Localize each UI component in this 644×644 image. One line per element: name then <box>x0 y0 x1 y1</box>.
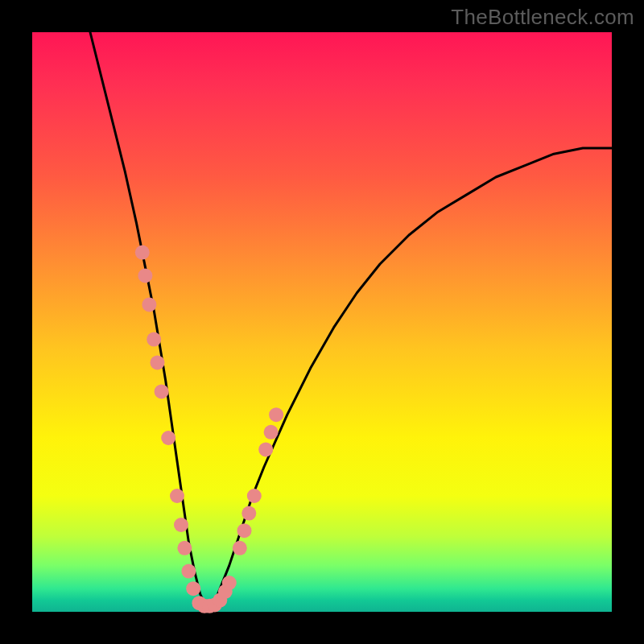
marker-dot <box>138 268 152 283</box>
marker-dot <box>258 442 273 456</box>
marker-dot <box>155 384 169 398</box>
highlight-dots <box>135 246 283 613</box>
marker-dot <box>264 425 279 440</box>
marker-dot <box>177 541 192 555</box>
marker-dot <box>233 541 247 555</box>
chart-svg <box>32 32 612 612</box>
curve-line <box>90 32 612 606</box>
marker-dot <box>174 518 188 532</box>
plot-area <box>32 32 612 612</box>
marker-dot <box>151 355 165 369</box>
marker-dot <box>135 246 150 260</box>
marker-dot <box>222 576 237 590</box>
marker-dot <box>147 332 161 347</box>
marker-dot <box>181 564 196 579</box>
marker-dot <box>247 489 262 503</box>
bottleneck-curve <box>90 32 612 606</box>
marker-dot <box>242 506 256 521</box>
marker-dot <box>237 523 252 538</box>
marker-dot <box>142 297 156 312</box>
marker-dot <box>161 431 175 445</box>
watermark-text: TheBottleneck.com <box>451 5 634 30</box>
marker-dot <box>170 489 184 503</box>
marker-dot <box>269 407 283 422</box>
figure-frame: TheBottleneck.com <box>0 0 644 644</box>
marker-dot <box>186 581 200 596</box>
